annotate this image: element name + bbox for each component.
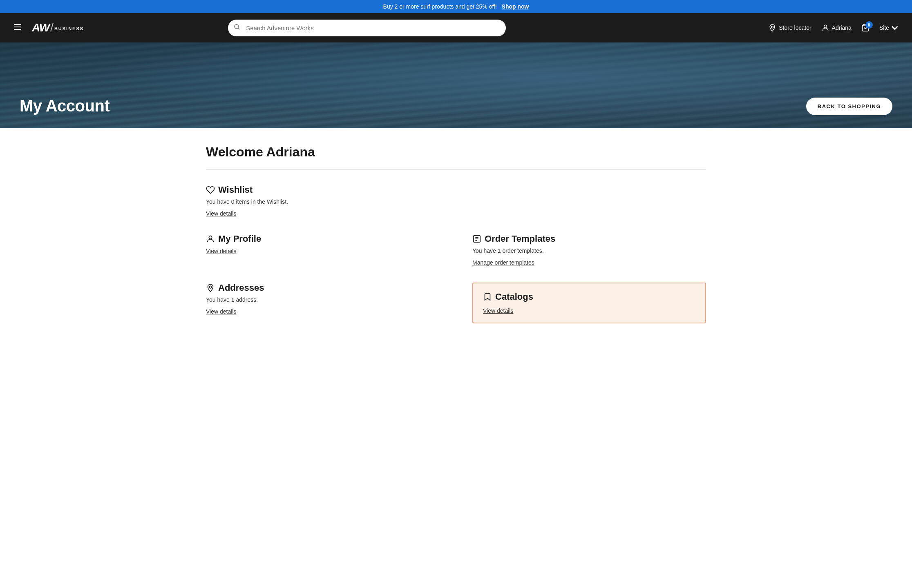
promo-link[interactable]: Shop now bbox=[502, 3, 529, 10]
address-icon bbox=[206, 283, 215, 292]
search-bar bbox=[228, 20, 506, 36]
addresses-title: Addresses bbox=[206, 283, 440, 293]
store-locator-button[interactable]: Store locator bbox=[768, 24, 811, 32]
addresses-section: Addresses You have 1 address. View detai… bbox=[206, 283, 440, 323]
wishlist-view-details-link[interactable]: View details bbox=[206, 210, 236, 217]
promo-text: Buy 2 or more surf products and get 25% … bbox=[383, 3, 497, 10]
profile-title: My Profile bbox=[206, 234, 440, 244]
divider bbox=[206, 169, 706, 170]
user-name-label: Adriana bbox=[832, 24, 852, 31]
addresses-view-details-link[interactable]: View details bbox=[206, 308, 236, 315]
profile-orders-row: My Profile View details Order Templates … bbox=[206, 234, 706, 266]
store-locator-label: Store locator bbox=[779, 24, 811, 31]
search-icon bbox=[234, 24, 240, 32]
promo-banner: Buy 2 or more surf products and get 25% … bbox=[0, 0, 912, 13]
addresses-catalogs-row: Addresses You have 1 address. View detai… bbox=[206, 283, 706, 323]
heart-icon bbox=[206, 185, 215, 194]
hero-background bbox=[0, 42, 912, 128]
main-content: Welcome Adriana Wishlist You have 0 item… bbox=[186, 128, 726, 356]
order-templates-icon bbox=[472, 234, 481, 243]
catalogs-title: Catalogs bbox=[483, 292, 695, 302]
svg-point-8 bbox=[209, 236, 212, 239]
profile-icon bbox=[206, 234, 215, 243]
order-templates-section: Order Templates You have 1 order templat… bbox=[472, 234, 706, 266]
site-dropdown-label: Site bbox=[879, 24, 889, 31]
svg-point-5 bbox=[771, 26, 773, 28]
site-logo[interactable]: AW / BUSINESS bbox=[32, 21, 84, 34]
cart-badge: 0 bbox=[865, 21, 873, 29]
order-templates-text: You have 1 order templates. bbox=[472, 247, 706, 254]
user-account-button[interactable]: Adriana bbox=[821, 24, 852, 32]
svg-point-13 bbox=[209, 286, 212, 288]
hamburger-icon[interactable] bbox=[13, 22, 22, 33]
logo-divider: / bbox=[50, 21, 54, 34]
site-header: AW / BUSINESS Store locator Adriana 0 Si… bbox=[0, 13, 912, 42]
logo-aw: AW bbox=[32, 21, 49, 34]
hero-water-overlay bbox=[0, 42, 912, 128]
wishlist-text: You have 0 items in the Wishlist. bbox=[206, 198, 706, 205]
hero-banner: My Account BACK TO SHOPPING bbox=[0, 42, 912, 128]
catalogs-icon bbox=[483, 292, 492, 301]
logo-business: BUSINESS bbox=[54, 26, 84, 31]
wishlist-title: Wishlist bbox=[206, 185, 706, 195]
search-input[interactable] bbox=[228, 20, 506, 36]
my-profile-section: My Profile View details bbox=[206, 234, 440, 266]
welcome-heading: Welcome Adriana bbox=[206, 145, 706, 160]
profile-view-details-link[interactable]: View details bbox=[206, 248, 236, 254]
page-title: My Account bbox=[20, 97, 110, 115]
manage-order-templates-link[interactable]: Manage order templates bbox=[472, 259, 534, 266]
catalogs-section: Catalogs View details bbox=[472, 283, 706, 323]
svg-point-6 bbox=[824, 25, 827, 28]
catalogs-view-details-link[interactable]: View details bbox=[483, 307, 513, 314]
addresses-text: You have 1 address. bbox=[206, 296, 440, 303]
order-templates-title: Order Templates bbox=[472, 234, 706, 244]
cart-button[interactable]: 0 bbox=[861, 24, 870, 32]
site-dropdown-button[interactable]: Site bbox=[879, 24, 899, 32]
header-actions: Store locator Adriana 0 Site bbox=[768, 24, 899, 32]
svg-line-4 bbox=[238, 28, 240, 30]
back-to-shopping-button[interactable]: BACK TO SHOPPING bbox=[806, 98, 892, 115]
wishlist-section: Wishlist You have 0 items in the Wishlis… bbox=[206, 185, 706, 217]
